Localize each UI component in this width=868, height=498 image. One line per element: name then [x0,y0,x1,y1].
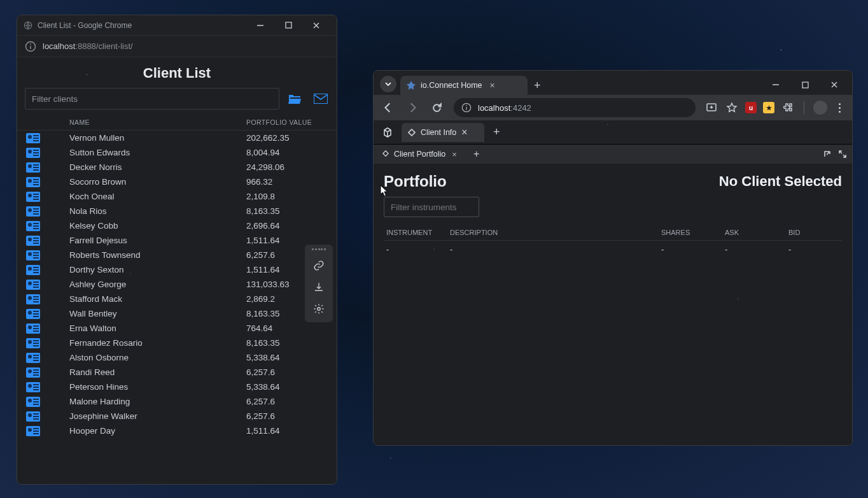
client-row[interactable]: Peterson Hines5,338.64 [17,380,337,394]
kebab-menu-icon[interactable] [834,103,846,113]
client-row[interactable]: Josephine Walker6,257.6 [17,409,337,423]
workspace-logo-icon[interactable] [380,125,395,140]
contact-card-icon [26,250,40,260]
client-list-app: Client List NAME PORTFOLIO VALUE Vernon … [17,57,337,484]
drag-grip-icon[interactable] [312,248,326,252]
site-info-icon[interactable] [25,41,36,52]
divider [804,101,804,114]
client-name: Alston Osborne [69,353,246,362]
extension-badge-icon[interactable]: ★ [763,102,774,113]
folder-open-icon[interactable] [287,92,304,106]
client-row[interactable]: Dorthy Sexton1,511.64 [17,262,337,277]
back-button[interactable] [377,97,399,118]
expand-icon[interactable] [838,150,847,159]
side-toolbar[interactable] [305,245,333,322]
svg-point-8 [318,308,321,311]
col-portfolio-value: PORTFOLIO VALUE [246,118,323,126]
client-name: Socorro Brown [69,177,246,187]
client-row[interactable]: Randi Reed6,257.6 [17,365,337,380]
profile-avatar[interactable] [813,101,827,115]
client-name: Randi Reed [69,367,246,377]
portfolio-title: Portfolio [384,173,447,190]
contact-card-icon [26,426,40,436]
maximize-button[interactable] [791,76,819,94]
minimize-button[interactable] [246,17,274,34]
workspace-tab-client-info[interactable]: Client Info × [402,123,484,142]
popout-icon[interactable] [823,150,832,159]
reload-button[interactable] [426,97,447,118]
address-bar: localhost:4242 u ★ [374,95,852,120]
contact-card-icon [26,309,40,319]
client-row[interactable]: Sutton Edwards8,004.94 [17,145,337,160]
client-portfolio-value: 5,338.64 [246,353,323,362]
client-portfolio-value: 1,511.64 [246,236,323,245]
svg-point-15 [466,105,467,106]
cell: - [386,245,450,254]
gear-icon[interactable] [309,299,328,318]
extension-ublock-icon[interactable]: u [745,102,757,113]
contact-card-icon [26,265,40,275]
close-button[interactable] [302,17,330,34]
close-button[interactable] [820,76,848,94]
forward-button[interactable] [402,97,423,118]
bookmark-star-icon[interactable] [725,101,739,115]
col-instrument: INSTRUMENT [386,229,450,236]
tab-close-icon[interactable]: × [487,80,498,90]
client-name: Kelsey Cobb [69,221,246,231]
site-info-icon[interactable] [461,103,472,113]
minimize-button[interactable] [762,76,790,94]
client-row[interactable]: Koch Oneal2,109.8 [17,189,337,204]
panel-tab-title: Client Portfolio [394,150,445,159]
tabs-dropdown-button[interactable] [380,76,396,92]
client-row[interactable]: Alston Osborne5,338.64 [17,350,337,365]
client-row[interactable]: Socorro Brown966.32 [17,174,337,189]
client-row[interactable]: Nola Rios8,163.35 [17,204,337,218]
client-portfolio-value: 2,696.64 [246,221,323,231]
client-portfolio-value: 764.64 [246,324,323,333]
client-portfolio-value: 8,004.94 [246,148,323,157]
browser-tab[interactable]: io.Connect Home × [400,76,528,95]
client-row[interactable]: Stafford Mack2,869.2 [17,292,337,306]
client-name: Roberts Townsend [69,250,246,260]
client-row[interactable]: Ashley George131,033.63 [17,277,337,292]
client-row[interactable]: Fernandez Rosario8,163.35 [17,336,337,350]
panel-tab-client-portfolio[interactable]: Client Portfolio × [379,150,463,159]
client-rows: Vernon Mullen202,662.35Sutton Edwards8,0… [17,131,337,484]
panel-tab-close-icon[interactable]: × [449,150,459,159]
workspace-tab-close-icon[interactable]: × [461,127,467,138]
client-row[interactable]: Roberts Townsend6,257.6 [17,248,337,262]
filter-instruments-input[interactable] [384,197,479,217]
filter-clients-input[interactable] [25,88,279,110]
client-name: Decker Norris [69,162,246,172]
maximize-button[interactable] [274,17,302,34]
link-icon[interactable] [309,256,328,275]
new-tab-button[interactable]: + [531,79,546,95]
omnibox-text: localhost:4242 [478,103,531,113]
tab-favicon-icon [407,81,416,90]
filter-row [17,88,337,115]
extensions-puzzle-icon[interactable] [781,101,795,115]
client-row[interactable]: Malone Harding6,257.6 [17,394,337,409]
url-text[interactable]: localhost:8888/client-list/ [43,41,133,51]
client-row[interactable]: Vernon Mullen202,662.35 [17,131,337,145]
cell: - [788,245,839,254]
client-row[interactable]: Hooper Day1,511.64 [17,423,337,438]
client-row[interactable]: Wall Bentley8,163.35 [17,306,337,321]
mail-icon[interactable] [312,92,329,106]
client-row[interactable]: Erna Walton764.64 [17,321,337,336]
new-panel-tab-button[interactable]: + [468,148,484,160]
download-icon[interactable] [309,278,328,297]
client-row[interactable]: Kelsey Cobb2,696.64 [17,218,337,233]
new-workspace-tab-button[interactable]: + [488,125,505,139]
client-portfolio-value: 8,163.35 [246,338,323,348]
portfolio-table-header: INSTRUMENT DESCRIPTION SHARES ASK BID [384,224,842,241]
client-row[interactable]: Farrell Dejesus1,511.64 [17,233,337,248]
client-name: Stafford Mack [69,294,246,304]
globe-icon [24,21,32,30]
install-app-icon[interactable] [704,101,718,115]
client-name: Erna Walton [69,324,246,333]
omnibox[interactable]: localhost:4242 [454,98,696,117]
client-name: Josephine Walker [69,411,246,421]
svg-rect-10 [802,82,808,88]
client-row[interactable]: Decker Norris24,298.06 [17,160,337,174]
